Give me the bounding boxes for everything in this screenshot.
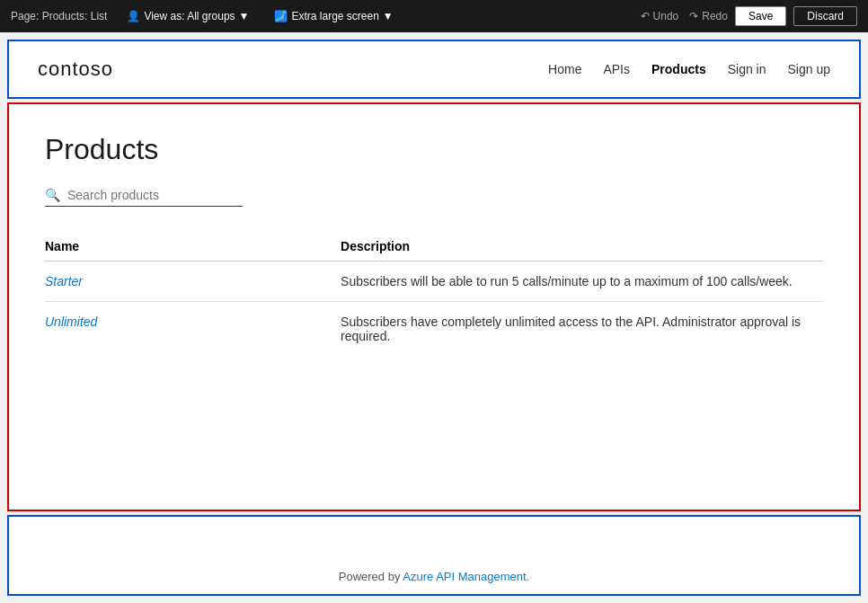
product-desc-unlimited: Subscribers have completely unlimited ac… [341, 302, 823, 357]
table-row: Starter Subscribers will be able to run … [45, 262, 823, 302]
nav-sign-up[interactable]: Sign up [788, 62, 830, 76]
main-wrapper: contoso Home APIs Products Sign in Sign … [0, 32, 868, 603]
search-container: 🔍 [45, 188, 243, 207]
nav-apis[interactable]: APIs [603, 62, 630, 76]
footer-section: Powered by Azure API Management. [7, 515, 861, 596]
screen-size-button[interactable]: 🗾 Extra large screen ▼ [269, 8, 398, 24]
redo-button[interactable]: ↷ Redo [689, 10, 728, 22]
header-section: contoso Home APIs Products Sign in Sign … [7, 40, 861, 99]
save-button[interactable]: Save [735, 6, 786, 26]
table-row: Unlimited Subscribers have completely un… [45, 302, 823, 357]
nav-products[interactable]: Products [651, 62, 706, 76]
product-link-starter[interactable]: Starter [45, 274, 83, 288]
users-icon: 👤 [127, 10, 140, 22]
col-name-header: Name [45, 232, 341, 262]
page-label: Page: Products: List [11, 10, 107, 22]
undo-redo-group: ↶ Undo ↷ Redo [641, 10, 728, 22]
toolbar-left: Page: Products: List 👤 View as: All grou… [11, 8, 626, 24]
site-header: contoso Home APIs Products Sign in Sign … [9, 41, 859, 97]
chevron-down-icon: ▼ [383, 10, 394, 22]
product-name-unlimited: Unlimited [45, 302, 341, 357]
table-header-row: Name Description [45, 232, 823, 262]
undo-icon: ↶ [641, 10, 650, 22]
table-body: Starter Subscribers will be able to run … [45, 262, 823, 357]
search-input[interactable] [67, 188, 243, 202]
toolbar: Page: Products: List 👤 View as: All grou… [0, 0, 868, 32]
redo-icon: ↷ [689, 10, 698, 22]
content-section: Products 🔍 Name Description Starter Subs… [7, 102, 861, 511]
chevron-down-icon: ▼ [239, 10, 250, 22]
undo-button[interactable]: ↶ Undo [641, 10, 679, 22]
col-desc-header: Description [341, 232, 823, 262]
page-title: Products [45, 133, 823, 166]
toolbar-right: ↶ Undo ↷ Redo Save Discard [641, 6, 857, 26]
products-table: Name Description Starter Subscribers wil… [45, 232, 823, 356]
product-link-unlimited[interactable]: Unlimited [45, 315, 97, 329]
view-as-button[interactable]: 👤 View as: All groups ▼ [121, 8, 254, 24]
nav-home[interactable]: Home [548, 62, 581, 76]
discard-button[interactable]: Discard [793, 6, 857, 26]
product-name-starter: Starter [45, 262, 341, 302]
search-icon: 🔍 [45, 188, 60, 202]
site-logo: contoso [38, 58, 113, 81]
table-header: Name Description [45, 232, 823, 262]
footer-link[interactable]: Azure API Management. [403, 570, 529, 583]
nav-sign-in[interactable]: Sign in [728, 62, 766, 76]
footer-text: Powered by Azure API Management. [339, 570, 529, 583]
site-nav: Home APIs Products Sign in Sign up [548, 62, 830, 76]
monitor-icon: 🗾 [274, 10, 288, 22]
product-desc-starter: Subscribers will be able to run 5 calls/… [341, 262, 823, 302]
